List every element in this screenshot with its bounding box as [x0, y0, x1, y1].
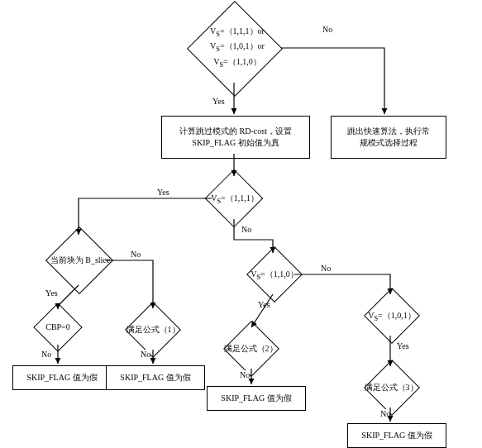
d1-l1: VS=（1,1,1）or [210, 26, 265, 36]
lbl-d1-no: No [322, 25, 332, 34]
lbl-d1-yes: Yes [212, 97, 225, 106]
result-skipflag-false-3: SKIP_FLAG 值为假 [207, 386, 306, 411]
d5-text: 满足公式（1） [120, 324, 186, 336]
r1-l2: SKIP_FLAG 初始值为真 [192, 137, 279, 149]
result-skipflag-false-2: SKIP_FLAG 值为假 [106, 365, 205, 390]
result-skipflag-false-4: SKIP_FLAG 值为假 [347, 423, 446, 448]
d2-text: VS=（1,1,1） [204, 193, 265, 205]
r4-text: SKIP_FLAG 值为假 [120, 372, 190, 384]
lbl-d3-yes: Yes [45, 288, 58, 298]
d1-l2: VS=（1,0,1）or [210, 41, 265, 50]
lbl-d6-no: No [321, 264, 331, 273]
lbl-d3-no: No [131, 250, 141, 259]
r6-text: SKIP_FLAG 值为假 [361, 430, 432, 441]
d1-l3: VS=（1,1,0） [213, 57, 261, 66]
d8-text: VS=（1,0,1） [360, 310, 424, 322]
process-compute-rdcost: 计算跳过模式的 RD-cost，设置 SKIP_FLAG 初始值为真 [161, 116, 310, 159]
process-fallback: 跳出快速算法，执行常 规模式选择过程 [331, 116, 446, 159]
d6-text: VS=（1,1,0） [242, 269, 307, 281]
r5-text: SKIP_FLAG 值为假 [221, 393, 291, 404]
lbl-d4-no: No [41, 350, 51, 359]
lbl-d8-yes: Yes [397, 341, 409, 350]
lbl-d2-yes: Yes [157, 188, 169, 197]
d4-text: CBP=0 [38, 322, 78, 331]
lbl-d7-no: No [240, 370, 250, 379]
r2-l2: 规模式选择过程 [360, 137, 418, 149]
d3-text: 当前块为 B_slice [43, 255, 117, 266]
r3-text: SKIP_FLAG 值为假 [26, 372, 97, 384]
result-skipflag-false-1: SKIP_FLAG 值为假 [12, 365, 112, 390]
d1-text: VS=（1,1,1）or VS=（1,0,1）or VS=（1,1,0） [188, 25, 287, 70]
r2-l1: 跳出快速算法，执行常 [347, 126, 430, 137]
d9-text: 满足公式（3） [358, 382, 424, 393]
lbl-d5-no: No [141, 350, 150, 359]
lbl-d2-no: No [241, 225, 251, 234]
lbl-d6-yes: Yes [258, 300, 270, 309]
lbl-d9-no: No [380, 409, 390, 418]
d7-text: 满足公式（2） [217, 343, 284, 355]
r1-l1: 计算跳过模式的 RD-cost，设置 [179, 126, 292, 137]
